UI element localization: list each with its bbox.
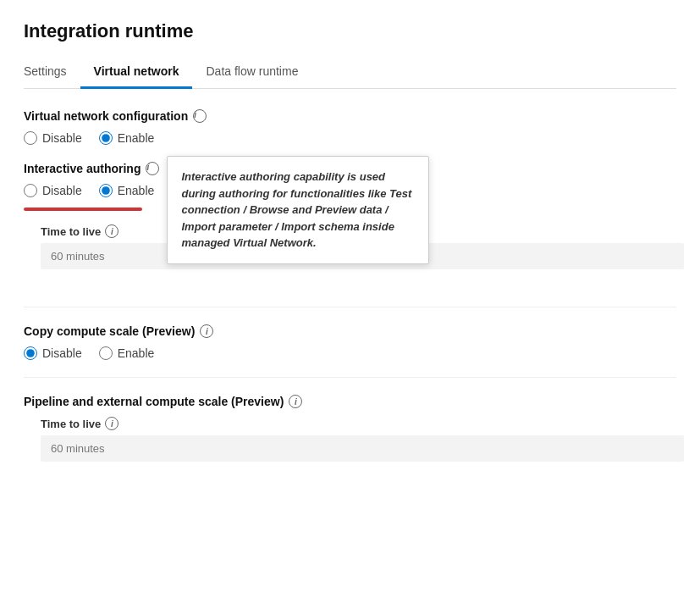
pipeline-external-section: Pipeline and external compute scale (Pre… — [24, 395, 676, 462]
copy-compute-disable-radio[interactable] — [24, 346, 37, 360]
interactive-authoring-disable-option[interactable]: Disable — [24, 184, 82, 197]
ttl-pipeline-label: Time to live i — [41, 417, 676, 430]
virtual-network-enable-radio[interactable] — [99, 131, 113, 145]
virtual-network-disable-radio[interactable] — [24, 131, 37, 145]
interactive-authoring-enable-radio[interactable] — [99, 184, 113, 197]
copy-compute-disable-label: Disable — [42, 346, 82, 360]
virtual-network-enable-label: Enable — [118, 131, 155, 145]
tab-bar: Settings Virtual network Data flow runti… — [24, 56, 676, 89]
interactive-authoring-section: Interactive authoring i Interactive auth… — [24, 162, 676, 290]
copy-compute-info-icon[interactable]: i — [200, 324, 213, 338]
tab-data-flow-runtime[interactable]: Data flow runtime — [192, 56, 311, 89]
virtual-network-disable-option[interactable]: Disable — [24, 131, 82, 145]
copy-compute-radio-group: Disable Enable — [24, 346, 676, 360]
copy-compute-enable-label: Enable — [118, 346, 155, 360]
interactive-authoring-enable-label: Enable — [118, 184, 155, 197]
copy-compute-enable-radio[interactable] — [99, 346, 113, 360]
virtual-network-disable-label: Disable — [42, 131, 82, 145]
pipeline-external-label: Pipeline and external compute scale (Pre… — [24, 395, 676, 408]
interactive-authoring-label: Interactive authoring i Interactive auth… — [24, 162, 684, 175]
ttl-pipeline-info-icon[interactable]: i — [105, 417, 119, 430]
virtual-network-config-info-icon[interactable]: i — [193, 109, 207, 123]
section-divider-2 — [24, 377, 676, 378]
virtual-network-config-section: Virtual network configuration i Disable … — [24, 109, 676, 145]
section-divider-1 — [24, 307, 676, 307]
copy-compute-label: Copy compute scale (Preview) i — [24, 324, 676, 338]
copy-compute-disable-option[interactable]: Disable — [24, 346, 82, 360]
virtual-network-config-radio-group: Disable Enable — [24, 131, 676, 145]
ttl-interactive-info-icon[interactable]: i — [105, 224, 119, 238]
ttl-pipeline-input[interactable] — [41, 435, 684, 462]
interactive-authoring-red-bar — [24, 208, 142, 211]
ttl-pipeline-section: Time to live i — [41, 417, 676, 462]
page-title: Integration runtime — [24, 20, 676, 42]
tab-settings[interactable]: Settings — [24, 56, 80, 89]
pipeline-external-info-icon[interactable]: i — [289, 395, 302, 408]
virtual-network-config-label: Virtual network configuration i — [24, 109, 676, 123]
interactive-authoring-content: Interactive authoring i Interactive auth… — [24, 162, 684, 290]
interactive-authoring-row: Interactive authoring i Interactive auth… — [24, 162, 676, 290]
copy-compute-enable-option[interactable]: Enable — [99, 346, 155, 360]
interactive-authoring-info-icon[interactable]: i Interactive authoring capability is us… — [146, 162, 159, 175]
virtual-network-enable-option[interactable]: Enable — [99, 131, 155, 145]
copy-compute-section: Copy compute scale (Preview) i Disable E… — [24, 324, 676, 360]
interactive-authoring-disable-label: Disable — [42, 184, 82, 197]
tab-virtual-network[interactable]: Virtual network — [80, 56, 193, 89]
interactive-authoring-tooltip: Interactive authoring capability is used… — [167, 156, 429, 264]
interactive-authoring-disable-radio[interactable] — [24, 184, 37, 197]
interactive-authoring-enable-option[interactable]: Enable — [99, 184, 155, 197]
